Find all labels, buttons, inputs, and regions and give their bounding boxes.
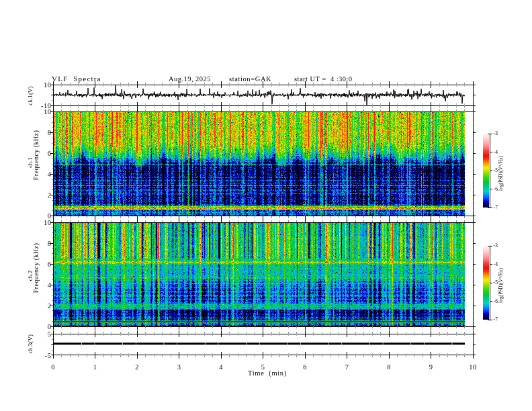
svg-text:-3: -3: [494, 242, 498, 248]
svg-text:2: 2: [135, 363, 139, 371]
svg-text:7: 7: [345, 363, 349, 371]
svg-text:-4: -4: [494, 261, 498, 267]
svg-text:6: 6: [303, 363, 307, 371]
svg-text:-3: -3: [494, 130, 498, 136]
svg-text:1: 1: [93, 363, 97, 371]
svg-text:ch.1(V): ch.1(V): [27, 86, 34, 105]
svg-text:10: 10: [44, 81, 52, 89]
svg-text:0: 0: [51, 363, 55, 371]
svg-text:Frequency (kHz): Frequency (kHz): [32, 130, 40, 180]
svg-text:Aug.19, 2025: Aug.19, 2025: [169, 75, 211, 83]
svg-text:8: 8: [48, 240, 52, 247]
svg-text:ch.3(V): ch.3(V): [27, 334, 34, 353]
svg-text:station=GAK: station=GAK: [229, 75, 271, 83]
svg-text:3: 3: [177, 363, 181, 371]
svg-text:5: 5: [48, 330, 52, 338]
svg-text:8: 8: [48, 129, 52, 136]
svg-text:start UT = 4 :30:0: start UT = 4 :30:0: [294, 75, 353, 83]
svg-text:Time (min): Time (min): [248, 369, 287, 377]
svg-text:-5: -5: [494, 279, 498, 285]
svg-text:-5: -5: [45, 352, 52, 359]
svg-text:-7: -7: [494, 204, 498, 210]
svg-text:-5: -5: [494, 167, 498, 173]
svg-text:8: 8: [387, 363, 391, 371]
svg-text:6: 6: [48, 261, 52, 268]
svg-text:4: 4: [48, 281, 52, 289]
svg-text:2: 2: [48, 191, 52, 199]
svg-text:10: 10: [44, 219, 52, 226]
svg-text:log(PSD)(V2/Hz): log(PSD)(V2/Hz): [498, 156, 504, 191]
svg-text:-6: -6: [494, 186, 498, 192]
svg-text:-6: -6: [494, 298, 498, 304]
svg-text:-4: -4: [494, 149, 498, 155]
svg-text:4: 4: [219, 363, 223, 371]
svg-text:Frequency (kHz): Frequency (kHz): [32, 243, 40, 293]
svg-text:VLF Spectra: VLF Spectra: [52, 75, 101, 83]
svg-text:-7: -7: [494, 316, 498, 322]
svg-text:log(PSD)(V2/Hz): log(PSD)(V2/Hz): [498, 268, 504, 303]
svg-text:9: 9: [429, 363, 433, 371]
svg-text:10: 10: [469, 363, 477, 371]
svg-text:6: 6: [48, 150, 52, 157]
svg-text:4: 4: [48, 171, 52, 178]
svg-text:2: 2: [48, 302, 52, 310]
svg-text:10: 10: [44, 108, 52, 116]
svg-text:0: 0: [48, 323, 52, 330]
